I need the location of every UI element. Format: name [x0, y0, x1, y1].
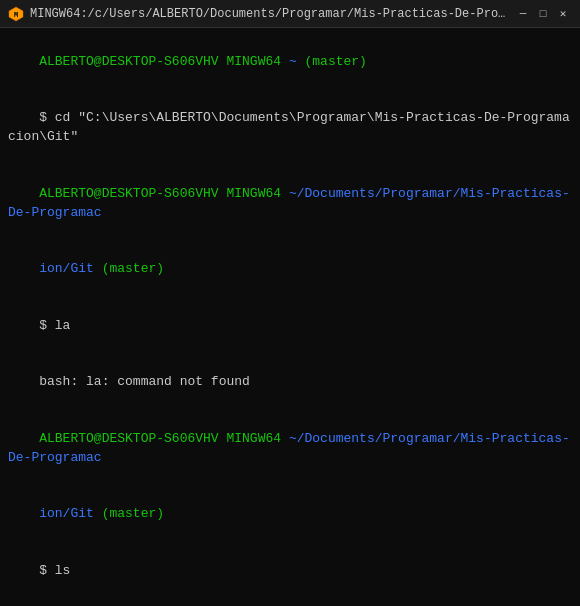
svg-text:M: M — [14, 11, 18, 19]
cmd-la: $ la — [8, 298, 572, 355]
window-controls: ─ □ ✕ — [514, 5, 572, 23]
prompt-line-1: ALBERTO@DESKTOP-S606VHV MINGW64 ~ (maste… — [8, 34, 572, 91]
app-icon: M — [8, 6, 24, 22]
prompt-line-2b: ion/Git (master) — [8, 241, 572, 298]
close-button[interactable]: ✕ — [554, 5, 572, 23]
prompt-line-3b: ion/Git (master) — [8, 486, 572, 543]
cmd-ls: $ ls — [8, 543, 572, 600]
window-title: MINGW64:/c/Users/ALBERTO/Documents/Progr… — [30, 7, 508, 21]
output-la-error: bash: la: command not found — [8, 354, 572, 411]
output-ls: index.html — [8, 599, 572, 606]
minimize-button[interactable]: ─ — [514, 5, 532, 23]
maximize-button[interactable]: □ — [534, 5, 552, 23]
prompt-line-3a: ALBERTO@DESKTOP-S606VHV MINGW64 ~/Docume… — [8, 411, 572, 486]
cmd-cd: $ cd "C:\Users\ALBERTO\Documents\Program… — [8, 91, 572, 166]
title-bar: M MINGW64:/c/Users/ALBERTO/Documents/Pro… — [0, 0, 580, 28]
prompt-line-2a: ALBERTO@DESKTOP-S606VHV MINGW64 ~/Docume… — [8, 166, 572, 241]
terminal-body[interactable]: ALBERTO@DESKTOP-S606VHV MINGW64 ~ (maste… — [0, 28, 580, 606]
